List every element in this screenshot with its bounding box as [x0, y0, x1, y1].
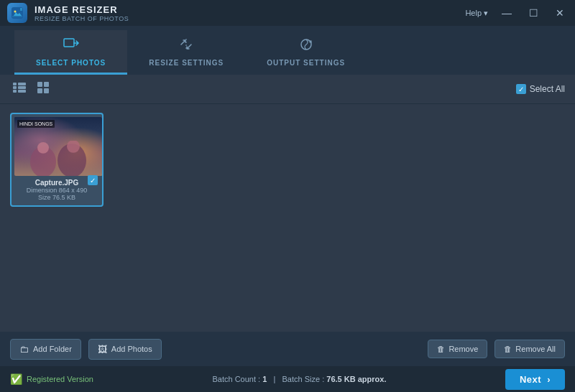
svg-rect-2 [64, 39, 74, 47]
add-folder-label: Add Folder [33, 345, 72, 353]
batch-count-value: 1 [262, 375, 267, 383]
grid-view-button[interactable] [34, 80, 52, 98]
next-arrow-icon: › [547, 374, 551, 385]
svg-point-17 [37, 142, 49, 154]
tab-resize-settings[interactable]: RESIZE SETTINGS [127, 30, 245, 75]
svg-rect-11 [37, 82, 42, 87]
photo-card[interactable]: HINDI SONGS Capture.JPG Dimension 864 x … [10, 113, 104, 207]
photo-grid: HINDI SONGS Capture.JPG Dimension 864 x … [0, 104, 575, 332]
remove-icon: 🗑 [437, 345, 445, 353]
status-batch-info: Batch Count : 1 | Batch Size : 76.5 KB a… [212, 375, 386, 383]
select-all-checkbox[interactable]: ✓ [516, 84, 526, 94]
tab-select-photos[interactable]: SELECT PHOTOS [14, 30, 127, 75]
help-label: Help [465, 9, 482, 17]
photo-name: Capture.JPG [16, 179, 98, 187]
add-folder-button[interactable]: 🗀 Add Folder [10, 339, 81, 360]
remove-label: Remove [448, 345, 478, 353]
app-title: IMAGE RESIZER [34, 4, 129, 15]
app-title-block: IMAGE RESIZER RESIZE BATCH OF PHOTOS [34, 4, 129, 22]
content-toolbar: ✓ Select All [0, 75, 575, 104]
help-menu[interactable]: Help ▾ [465, 9, 488, 18]
svg-rect-14 [44, 88, 49, 93]
batch-size-label: Batch Size : [282, 375, 325, 383]
photo-thumbnail: HINDI SONGS [14, 117, 102, 176]
add-photos-label: Add Photos [111, 345, 152, 353]
main-content: ✓ Select All HINDI SONGS Capture.JPG Dim… [0, 75, 575, 332]
svg-rect-7 [13, 86, 17, 89]
next-button[interactable]: Next › [505, 369, 565, 390]
photo-checkbox[interactable]: ✓ [88, 175, 98, 185]
maximize-button[interactable]: ☐ [525, 6, 542, 20]
titlebar-left: IMAGE RESIZER RESIZE BATCH OF PHOTOS [7, 3, 129, 23]
help-chevron-icon: ▾ [484, 9, 488, 18]
svg-rect-12 [44, 82, 49, 87]
thumbnail-overlay-text: HINDI SONGS [17, 120, 55, 128]
remove-all-icon: 🗑 [504, 345, 512, 353]
close-button[interactable]: ✕ [552, 6, 568, 20]
registered-icon: ✅ [10, 373, 22, 385]
photo-size: Size 76.5 KB [16, 194, 98, 201]
svg-rect-6 [18, 83, 26, 85]
bottom-buttonbar: 🗀 Add Folder 🖼 Add Photos 🗑 Remove 🗑 Rem… [0, 332, 575, 366]
select-all-area[interactable]: ✓ Select All [516, 84, 565, 94]
bottom-left-buttons: 🗀 Add Folder 🖼 Add Photos [10, 339, 162, 360]
bottom-right-buttons: 🗑 Remove 🗑 Remove All [428, 340, 565, 358]
photo-info: Capture.JPG Dimension 864 x 490 Size 76.… [14, 176, 99, 201]
app-subtitle: RESIZE BATCH OF PHOTOS [34, 15, 129, 22]
status-registered: ✅ Registered Version [10, 373, 93, 385]
batch-size-value: 76.5 KB approx. [326, 375, 386, 383]
tabbar: SELECT PHOTOS RESIZE SETTINGS OUTPUT SET… [0, 26, 575, 75]
resize-settings-icon [178, 37, 194, 55]
tab-output-settings-label: OUTPUT SETTINGS [267, 59, 345, 67]
minimize-button[interactable]: — [498, 6, 515, 20]
svg-rect-13 [37, 88, 42, 93]
select-photos-icon [63, 37, 80, 55]
registered-label: Registered Version [27, 375, 93, 383]
add-photos-icon: 🖼 [98, 344, 107, 355]
output-settings-icon [298, 37, 314, 55]
remove-button[interactable]: 🗑 Remove [428, 340, 487, 358]
app-icon [7, 3, 27, 23]
photo-dimension: Dimension 864 x 490 [16, 187, 98, 194]
remove-all-button[interactable]: 🗑 Remove All [494, 340, 565, 358]
svg-rect-8 [18, 86, 26, 89]
tab-resize-settings-label: RESIZE SETTINGS [149, 59, 224, 67]
titlebar: IMAGE RESIZER RESIZE BATCH OF PHOTOS Hel… [0, 0, 575, 26]
svg-point-1 [14, 11, 17, 13]
titlebar-controls: Help ▾ — ☐ ✕ [465, 6, 568, 20]
remove-all-label: Remove All [515, 345, 556, 353]
tab-output-settings[interactable]: OUTPUT SETTINGS [245, 30, 367, 75]
batch-count-label: Batch Count : [212, 375, 260, 383]
add-photos-button[interactable]: 🖼 Add Photos [88, 339, 162, 360]
tab-select-photos-label: SELECT PHOTOS [36, 59, 106, 67]
folder-icon: 🗀 [19, 344, 29, 355]
svg-rect-9 [13, 90, 17, 93]
status-separator: | [274, 375, 276, 383]
svg-rect-10 [18, 90, 26, 93]
statusbar: ✅ Registered Version Batch Count : 1 | B… [0, 366, 575, 392]
next-label: Next [520, 374, 541, 385]
svg-rect-5 [13, 83, 17, 85]
list-view-button[interactable] [10, 80, 29, 98]
select-all-label: Select All [530, 84, 565, 94]
view-toggle [10, 80, 52, 98]
